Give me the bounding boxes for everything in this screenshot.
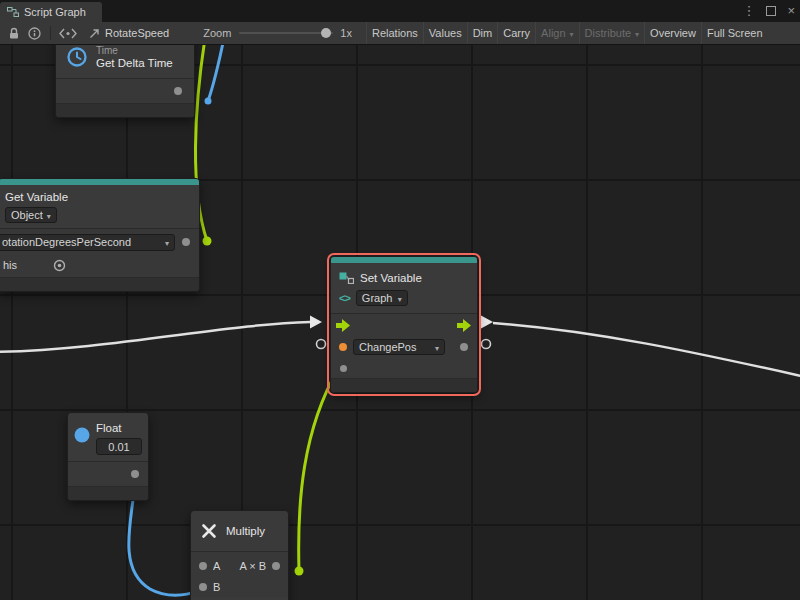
wire-endpoint-green[interactable] xyxy=(295,567,304,576)
overview-button[interactable]: Overview xyxy=(644,22,701,44)
distribute-button[interactable]: Distribute xyxy=(579,22,644,44)
graph-breadcrumb[interactable]: RotateSpeed xyxy=(89,27,169,39)
wire-green-bottom[interactable] xyxy=(299,369,338,571)
node-title: Get Delta Time xyxy=(96,57,173,70)
zoom-label: Zoom xyxy=(203,27,231,39)
multiply-icon xyxy=(201,523,217,539)
values-button[interactable]: Values xyxy=(423,22,467,44)
graph-name: RotateSpeed xyxy=(105,27,169,39)
zoom-slider[interactable] xyxy=(239,32,333,34)
wire-flow-out[interactable] xyxy=(493,323,800,377)
graph-reference-icon xyxy=(89,28,100,39)
output-label: A × B xyxy=(239,560,266,572)
info-icon[interactable] xyxy=(28,27,41,40)
zoom-value: 1x xyxy=(340,27,352,39)
window-chrome: Script Graph ⋮ × xyxy=(0,0,800,45)
dropdown-caret-icon xyxy=(566,27,574,39)
flow-output-plug-icon[interactable] xyxy=(481,316,493,329)
input-b-label: B xyxy=(213,581,220,593)
float-icon xyxy=(74,427,90,443)
result-output-port[interactable] xyxy=(272,562,280,570)
dropdown-caret-icon xyxy=(631,27,639,39)
node-title: Multiply xyxy=(226,525,265,537)
graph-toolbar: RotateSpeed Zoom 1x Relations Values Dim… xyxy=(0,22,800,45)
variable-name: otationDegreesPerSecond xyxy=(2,236,131,248)
close-icon[interactable]: × xyxy=(782,0,800,22)
dim-button[interactable]: Dim xyxy=(467,22,498,44)
carry-button[interactable]: Carry xyxy=(497,22,535,44)
self-target-icon[interactable] xyxy=(53,259,66,272)
value-output-port[interactable] xyxy=(460,343,468,351)
wire-endpoint-green[interactable] xyxy=(203,237,212,246)
variable-name-dropdown[interactable]: ChangePos xyxy=(353,339,445,355)
tab-script-graph[interactable]: Script Graph xyxy=(0,2,102,22)
input-b-port[interactable] xyxy=(199,583,207,591)
node-multiply[interactable]: Multiply A A × B B xyxy=(190,510,289,600)
node-get-variable[interactable]: Get Variable Object otationDegreesPerSec… xyxy=(0,178,200,292)
script-graph-icon xyxy=(7,6,19,18)
variable-scope-dropdown[interactable]: Graph xyxy=(356,290,408,306)
toolbar-separator xyxy=(50,26,51,40)
wire-blue-top[interactable] xyxy=(208,38,224,101)
wire-endpoint-blue[interactable] xyxy=(205,98,212,105)
value-port-outer-left[interactable] xyxy=(317,340,326,349)
value-output-port[interactable] xyxy=(174,87,182,95)
node-category: Time xyxy=(96,44,173,57)
value-input-port[interactable] xyxy=(340,365,347,372)
value-output-port[interactable] xyxy=(131,470,139,478)
scope-value: Object xyxy=(11,209,43,221)
fullscreen-button[interactable]: Full Screen xyxy=(701,22,768,44)
tab-title: Script Graph xyxy=(24,6,86,18)
self-target-label: his xyxy=(3,259,17,271)
dropdown-caret-icon xyxy=(394,292,402,304)
value-port-outer-right[interactable] xyxy=(482,340,491,349)
relations-button[interactable]: Relations xyxy=(366,22,423,44)
float-value-field[interactable]: 0.01 xyxy=(96,438,142,455)
node-footer xyxy=(331,378,477,392)
toolbar-buttons: Relations Values Dim Carry Align Distrib… xyxy=(366,22,768,44)
window-menu-icon[interactable]: ⋮ xyxy=(737,0,760,22)
graph-canvas[interactable]: Time Get Delta Time Get Variable Object … xyxy=(0,0,800,600)
scope-value: Graph xyxy=(362,292,393,304)
inspect-icon[interactable] xyxy=(59,28,77,39)
variable-name-dropdown[interactable]: otationDegreesPerSecond xyxy=(0,234,175,251)
dropdown-caret-icon xyxy=(43,209,51,221)
input-a-label: A xyxy=(213,560,220,572)
lock-icon[interactable] xyxy=(8,27,20,40)
wire-flow-in[interactable] xyxy=(0,322,310,352)
variable-name-port[interactable] xyxy=(339,343,347,351)
value-output-port[interactable] xyxy=(182,238,190,246)
variable-scope-dropdown[interactable]: Object xyxy=(5,207,57,223)
nodes-icon xyxy=(339,272,354,284)
node-title: Get Variable xyxy=(5,190,193,204)
clock-icon xyxy=(66,46,88,68)
node-title: Float xyxy=(96,421,142,435)
node-set-variable[interactable]: Set Variable <> Graph xyxy=(330,256,478,393)
dropdown-caret-icon xyxy=(161,236,169,248)
node-footer xyxy=(56,103,194,117)
node-float[interactable]: Float 0.01 xyxy=(67,412,149,501)
node-footer xyxy=(68,486,148,500)
node-title: Set Variable xyxy=(360,272,422,284)
node-footer xyxy=(0,277,199,291)
align-button[interactable]: Align xyxy=(535,22,578,44)
variable-name: ChangePos xyxy=(359,341,417,353)
code-icon: <> xyxy=(339,292,350,304)
maximize-icon[interactable] xyxy=(766,6,776,16)
tab-bar: Script Graph ⋮ × xyxy=(0,0,800,22)
zoom-slider-handle[interactable] xyxy=(321,28,331,38)
flow-input-port[interactable] xyxy=(336,319,351,332)
dropdown-caret-icon xyxy=(431,341,439,353)
flow-output-port[interactable] xyxy=(457,319,472,332)
input-a-port[interactable] xyxy=(199,562,207,570)
flow-input-plug-icon[interactable] xyxy=(310,316,322,329)
